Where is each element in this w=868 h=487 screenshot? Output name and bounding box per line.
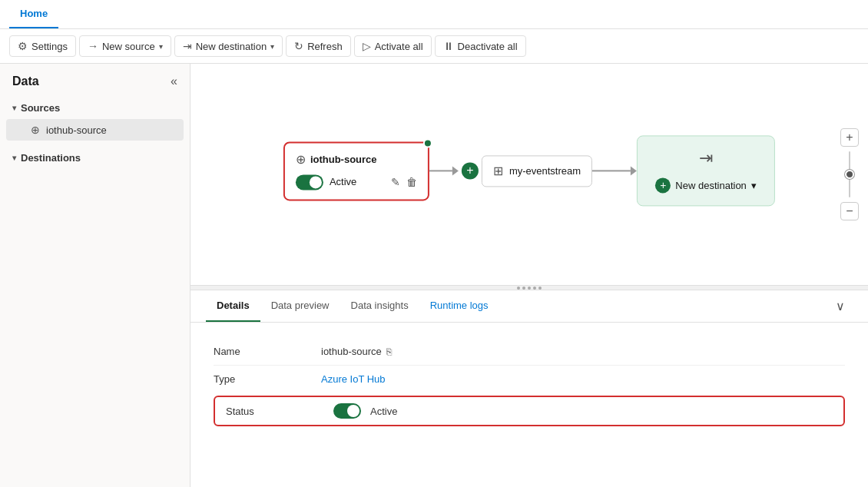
sidebar-collapse-button[interactable]: « [171, 75, 177, 88]
sidebar-item-iothub-source[interactable]: ⊕ iothub-source [6, 119, 184, 141]
settings-button[interactable]: ⚙ Settings [9, 35, 76, 57]
center-node[interactable]: ⊞ my-eventstream [482, 155, 592, 187]
copy-name-icon[interactable]: ⎘ [386, 346, 392, 357]
tab-runtime-logs[interactable]: Runtime logs [419, 290, 499, 322]
details-content: Name iothub-source ⎘ Type Azure IoT Hub … [190, 323, 868, 442]
name-value: iothub-source ⎘ [321, 346, 392, 357]
type-label: Type [214, 373, 306, 385]
add-node-button[interactable]: + [462, 162, 479, 179]
details-panel: Details Data preview Data insights Runti… [190, 290, 868, 487]
dest-node-icon: ⇥ [699, 148, 713, 168]
new-destination-caret: ▾ [270, 42, 274, 51]
activate-all-label: Activate all [375, 41, 423, 52]
status-toggle-thumb [347, 405, 359, 417]
type-value: Azure IoT Hub [321, 373, 386, 385]
settings-label: Settings [31, 41, 68, 52]
zoom-controls: + − [840, 128, 859, 220]
zoom-slider-track [849, 151, 850, 197]
zoom-in-button[interactable]: + [840, 128, 859, 147]
destinations-section-header[interactable]: ▾ Destinations [0, 147, 190, 168]
details-collapse-button[interactable]: ∨ [828, 291, 853, 321]
deactivate-all-label: Deactivate all [458, 41, 518, 52]
center-node-icon: ⊞ [493, 164, 503, 178]
source-node[interactable]: ⊕ iothub-source Active ✎ 🗑 [283, 141, 429, 200]
new-destination-canvas-button[interactable]: + New destination ▾ [655, 177, 757, 193]
new-source-icon: → [88, 40, 98, 52]
details-tabs: Details Data preview Data insights Runti… [190, 290, 868, 323]
status-row-highlighted: Status Active [214, 396, 845, 426]
status-label: Status [226, 406, 318, 417]
refresh-icon: ↻ [294, 40, 303, 52]
details-type-row: Type Azure IoT Hub [214, 365, 845, 393]
destinations-chevron-icon: ▾ [12, 154, 16, 162]
delete-source-icon[interactable]: 🗑 [406, 176, 417, 188]
dest-plus-icon: + [655, 177, 671, 193]
status-value-text: Active [370, 406, 397, 417]
zoom-out-button[interactable]: − [840, 202, 859, 220]
refresh-label: Refresh [307, 41, 343, 52]
tab-home[interactable]: Home [9, 0, 58, 28]
source-node-icon: ⊕ [296, 152, 306, 167]
connector-line-1 [429, 170, 452, 171]
sources-chevron-icon: ▾ [12, 104, 16, 112]
name-value-text: iothub-source [321, 346, 382, 357]
center-node-name: my-eventstream [509, 165, 581, 177]
sidebar-title: Data [12, 75, 39, 88]
deactivate-icon: ⏸ [443, 40, 454, 52]
status-toggle[interactable] [333, 403, 361, 419]
settings-icon: ⚙ [18, 40, 28, 52]
source-node-name: iothub-source [310, 154, 377, 165]
new-destination-icon: ⇥ [183, 40, 192, 52]
details-name-row: Name iothub-source ⎘ [214, 338, 845, 365]
source-status-label: Active [330, 176, 356, 187]
connector-arrow-1 [452, 166, 459, 175]
tab-data-preview[interactable]: Data preview [260, 290, 340, 322]
canvas: ⊕ iothub-source Active ✎ 🗑 [190, 64, 868, 285]
toggle-thumb [310, 176, 322, 188]
source-toggle[interactable] [296, 174, 323, 190]
activate-all-button[interactable]: ▷ Activate all [354, 35, 432, 57]
zoom-slider-thumb[interactable] [845, 170, 854, 179]
new-source-label: New source [102, 41, 155, 52]
source-item-icon: ⊕ [31, 124, 40, 136]
right-line [592, 170, 631, 171]
sources-section-label: Sources [21, 102, 60, 114]
source-connection-dot [423, 138, 432, 147]
new-destination-label: New destination [196, 41, 267, 52]
right-arrow [631, 166, 637, 175]
refresh-button[interactable]: ↻ Refresh [286, 35, 351, 57]
tab-data-insights[interactable]: Data insights [340, 290, 419, 322]
dest-new-label: New destination [675, 180, 747, 191]
tab-details[interactable]: Details [206, 290, 260, 322]
flow-diagram: ⊕ iothub-source Active ✎ 🗑 [283, 135, 775, 206]
source-item-label: iothub-source [46, 124, 107, 136]
right-connector [592, 166, 637, 175]
activate-icon: ▷ [363, 40, 371, 52]
status-value: Active [333, 403, 397, 419]
name-label: Name [214, 346, 306, 357]
destinations-section-label: Destinations [21, 152, 81, 164]
deactivate-all-button[interactable]: ⏸ Deactivate all [435, 35, 526, 57]
new-source-button[interactable]: → New source ▾ [79, 35, 171, 57]
main-layout: Data « ▾ Sources ⊕ iothub-source ▾ Desti… [0, 64, 868, 487]
dest-caret-icon: ▾ [751, 180, 757, 191]
destinations-section: ▾ Destinations [0, 144, 190, 171]
sources-section-header[interactable]: ▾ Sources [0, 98, 190, 118]
new-source-caret: ▾ [159, 42, 163, 51]
toolbar: ⚙ Settings → New source ▾ ⇥ New destinat… [0, 29, 868, 64]
source-connector: + [429, 162, 482, 179]
edit-source-icon[interactable]: ✎ [391, 176, 400, 188]
type-value-text: Azure IoT Hub [321, 373, 386, 385]
sidebar: Data « ▾ Sources ⊕ iothub-source ▾ Desti… [0, 64, 190, 487]
new-destination-button[interactable]: ⇥ New destination ▾ [174, 35, 283, 57]
sources-section: ▾ Sources ⊕ iothub-source [0, 94, 190, 144]
destination-node[interactable]: ⇥ + New destination ▾ [637, 135, 775, 206]
